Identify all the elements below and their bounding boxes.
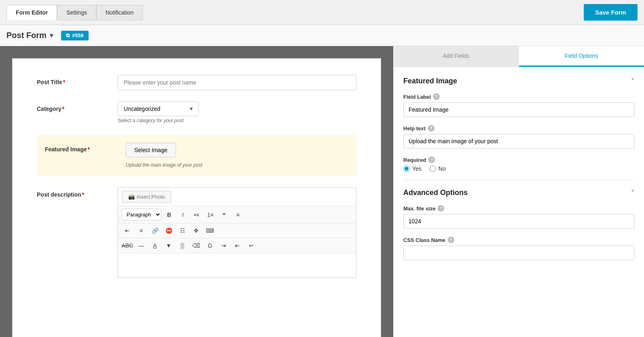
featured-image-label: Featured Image* <box>45 143 126 153</box>
editor-toolbar-row1: Paragraph B I •≡ 1≡ ❝ ≡ <box>118 206 356 223</box>
max-file-size-help-icon[interactable]: ? <box>438 205 444 212</box>
form-title-group: Post Form ▾ ⧉ #556 <box>6 31 89 40</box>
css-class-group: CSS Class Name ? <box>403 237 634 260</box>
post-description-label: Post description* <box>37 187 118 198</box>
post-title-label: Post Title* <box>37 75 118 85</box>
italic-button[interactable]: I <box>177 209 189 220</box>
required-star: * <box>63 79 65 85</box>
form-title-text: Post Form <box>6 31 47 40</box>
link-button[interactable]: 🔗 <box>149 225 161 236</box>
insert-photo-button[interactable]: 📸 Insert Photo <box>122 191 171 203</box>
required-help-icon[interactable]: ? <box>428 157 435 163</box>
main-layout: Post Title* Category* Uncategorized ▼ <box>0 46 644 337</box>
blockquote-button[interactable]: ❝ <box>218 209 230 220</box>
required-star: * <box>82 191 84 198</box>
format-button[interactable]: ▒ <box>176 240 189 251</box>
category-row: Category* Uncategorized ▼ Select a categ… <box>37 102 356 123</box>
collapse-advanced-options-button[interactable]: ˅ <box>631 189 634 197</box>
bullet-list-button[interactable]: •≡ <box>191 209 203 220</box>
align-center-button[interactable]: ≡ <box>135 225 147 236</box>
help-text-group: Help text ? <box>403 125 634 148</box>
field-label-input[interactable] <box>403 102 634 117</box>
rich-text-editor: 📸 Insert Photo Paragraph B I •≡ <box>118 187 356 278</box>
max-file-size-group: Max. file size ? <box>403 205 634 229</box>
featured-image-section-title: Featured Image <box>403 77 457 85</box>
table-button[interactable]: ☷ <box>176 225 189 236</box>
field-label-group: Field Label ? <box>403 93 634 117</box>
required-yes-label[interactable]: Yes <box>403 165 422 172</box>
editor-toolbar-row3: ABC ― A ▼ ▒ ⌫ Ω ⇥ ⇤ ↩ <box>118 238 356 253</box>
featured-image-section-header: Featured Image ˅ <box>403 77 634 85</box>
css-class-input[interactable] <box>403 246 634 260</box>
undo-button[interactable]: ↩ <box>245 240 257 251</box>
outdent-button[interactable]: ⇤ <box>231 240 244 251</box>
advanced-options-section-title: Advanced Options <box>403 189 468 197</box>
section-divider <box>403 180 634 180</box>
clear-format-button[interactable]: ⌫ <box>190 240 202 251</box>
align-left-button[interactable]: ⇤ <box>121 225 133 236</box>
align-button[interactable]: ≡ <box>232 209 244 220</box>
css-class-title: CSS Class Name ? <box>403 237 634 243</box>
save-form-button[interactable]: Save Form <box>584 4 638 21</box>
category-hint: Select a category for your post <box>118 118 356 123</box>
font-color-arrow[interactable]: ▼ <box>163 240 175 251</box>
select-image-button[interactable]: Select Image <box>126 143 176 157</box>
editor-insert-toolbar: 📸 Insert Photo <box>118 188 356 206</box>
strikethrough-button[interactable]: ABC <box>121 240 133 251</box>
font-color-button[interactable]: A <box>149 240 161 251</box>
copy-icon: ⧉ <box>66 32 70 39</box>
advanced-options-section-header: Advanced Options ˅ <box>403 189 634 197</box>
post-description-row: Post description* 📸 Insert Photo <box>37 187 356 278</box>
post-title-row: Post Title* <box>37 75 356 90</box>
featured-image-row: Featured Image* Select Image Upload the … <box>37 135 356 176</box>
required-group: Required ? Yes No <box>403 157 634 172</box>
paragraph-select[interactable]: Paragraph <box>121 209 161 220</box>
tab-field-options[interactable]: Field Options <box>519 46 644 67</box>
field-label-title: Field Label ? <box>403 93 634 100</box>
max-file-size-input[interactable] <box>403 214 634 229</box>
required-no-label[interactable]: No <box>430 165 446 172</box>
max-file-size-title: Max. file size ? <box>403 205 634 212</box>
tab-settings[interactable]: Settings <box>57 5 96 20</box>
chevron-down-icon[interactable]: ▾ <box>50 32 53 39</box>
form-id-badge[interactable]: ⧉ #556 <box>61 31 89 40</box>
special-char-button[interactable]: Ω <box>204 240 216 251</box>
required-yes-text: Yes <box>412 165 422 172</box>
category-select-wrap: Uncategorized ▼ <box>118 102 199 116</box>
field-label-help-icon[interactable]: ? <box>433 93 440 100</box>
required-no-text: No <box>439 165 446 172</box>
help-text-title: Help text ? <box>403 125 634 131</box>
indent-button[interactable]: ⇥ <box>218 240 230 251</box>
tab-form-editor[interactable]: Form Editor <box>6 5 57 20</box>
fullscreen-button[interactable]: ✥ <box>190 225 202 236</box>
top-bar: Form Editor Settings Notification Save F… <box>0 0 644 25</box>
css-class-help-icon[interactable]: ? <box>448 237 454 243</box>
form-canvas: Post Title* Category* Uncategorized ▼ <box>12 58 381 337</box>
help-text-input[interactable] <box>403 134 634 148</box>
category-select[interactable]: Uncategorized <box>118 102 199 116</box>
help-text-help-icon[interactable]: ? <box>428 125 434 131</box>
required-radio-group: Yes No <box>403 165 634 172</box>
tab-notification[interactable]: Notification <box>96 5 143 20</box>
required-yes-radio[interactable] <box>403 165 410 172</box>
bold-button[interactable]: B <box>163 209 175 220</box>
category-control: Uncategorized ▼ Select a category for yo… <box>118 102 356 123</box>
tab-add-fields[interactable]: Add Fields <box>394 46 519 67</box>
post-title-input[interactable] <box>118 75 356 90</box>
tab-group: Form Editor Settings Notification <box>6 5 143 20</box>
editor-body[interactable] <box>118 253 356 278</box>
right-panel-content: Featured Image ˅ Field Label ? Help text… <box>394 67 644 337</box>
required-no-radio[interactable] <box>430 165 436 172</box>
required-star: * <box>87 146 89 153</box>
featured-image-control: Select Image Upload the main image of yo… <box>126 143 348 168</box>
hr-button[interactable]: ― <box>135 240 147 251</box>
form-id-text: #556 <box>72 32 84 38</box>
post-description-control: 📸 Insert Photo Paragraph B I •≡ <box>118 187 356 278</box>
unlink-button[interactable]: ⛔ <box>163 225 175 236</box>
right-tab-group: Add Fields Field Options <box>394 46 644 67</box>
photo-icon: 📸 <box>128 194 135 200</box>
collapse-featured-image-button[interactable]: ˅ <box>631 77 634 85</box>
numbered-list-button[interactable]: 1≡ <box>204 209 216 220</box>
keyboard-icon[interactable]: ⌨ <box>204 225 216 236</box>
category-label: Category* <box>37 102 118 112</box>
